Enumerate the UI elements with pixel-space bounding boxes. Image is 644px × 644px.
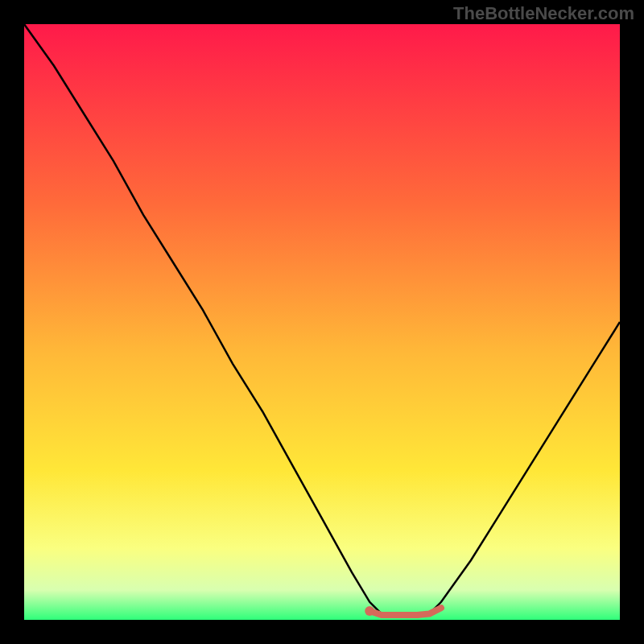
marker-dot [365, 606, 374, 616]
chart-svg [24, 24, 620, 620]
watermark-text: TheBottleNecker.com [453, 3, 634, 24]
chart-background [24, 24, 620, 620]
